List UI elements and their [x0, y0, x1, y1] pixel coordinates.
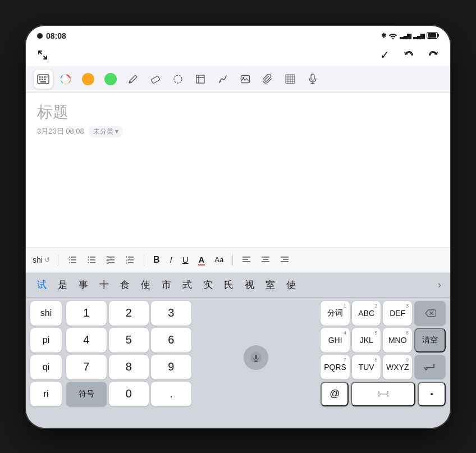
dot-key[interactable]: · [418, 382, 446, 406]
mic-circle-button[interactable] [244, 345, 268, 370]
enter-key[interactable] [414, 355, 446, 379]
home-bar-area [26, 418, 450, 428]
image-tool-button[interactable] [236, 70, 255, 89]
signal2-icon: ▂▄▆ [413, 33, 424, 39]
green-dot-button[interactable] [101, 70, 120, 89]
collapse-button[interactable] [35, 47, 51, 63]
redo-button[interactable] [425, 47, 441, 63]
input-hint: shi ↺ [33, 255, 50, 264]
list1-button[interactable] [66, 254, 80, 266]
underline-button[interactable]: U [180, 253, 191, 267]
num-key-2[interactable]: 2 [109, 301, 149, 326]
svg-rect-16 [196, 75, 204, 83]
status-time: 08:08 [46, 31, 66, 40]
candidate-item-9[interactable]: 氏 [218, 276, 239, 294]
pinyin-shi[interactable]: shi [30, 301, 62, 326]
svg-rect-11 [40, 81, 46, 83]
candidate-item-2[interactable]: 事 [73, 276, 94, 294]
pinyin-qi[interactable]: qi [30, 355, 62, 379]
undo-button[interactable] [401, 47, 417, 63]
note-category[interactable]: 未分类 ▾ [89, 126, 123, 138]
divider1 [58, 254, 58, 266]
list4-button[interactable]: 1.2.3. [123, 254, 137, 266]
clear-key[interactable]: 清空 [414, 328, 446, 353]
abc-key-def[interactable]: 3 DEF [383, 301, 412, 326]
candidate-item-0[interactable]: 试 [31, 276, 52, 294]
abc-key-tuv[interactable]: 8 TUV [352, 355, 381, 379]
svg-rect-47 [107, 256, 108, 258]
pinyin-ri[interactable]: ri [30, 382, 62, 406]
mic-center[interactable] [194, 301, 319, 414]
candidate-more-button[interactable]: › [434, 277, 445, 293]
svg-rect-14 [151, 76, 160, 84]
at-key[interactable]: @ [321, 382, 349, 406]
abc-row-1: 1 分词 2 ABC 3 DEF [321, 301, 446, 326]
color-wheel-button[interactable] [56, 70, 75, 89]
num-key-7[interactable]: 7 [66, 355, 107, 379]
abc-key-wxyz[interactable]: 9 WXYZ [383, 355, 412, 379]
svg-text:3.: 3. [126, 261, 128, 264]
svg-point-13 [63, 77, 68, 81]
attach-tool-button[interactable] [258, 70, 277, 89]
mic-tool-button[interactable] [303, 70, 322, 89]
font-size-button[interactable]: Aa [212, 253, 226, 266]
font-color-button[interactable]: A [196, 253, 207, 267]
num-key-5[interactable]: 5 [109, 328, 149, 353]
draw-tool-button[interactable] [213, 70, 232, 89]
num-key-8[interactable]: 8 [109, 355, 149, 379]
candidate-item-10[interactable]: 视 [239, 276, 260, 294]
align-left-button[interactable] [240, 254, 253, 266]
num-key-1[interactable]: 1 [66, 301, 107, 326]
pencil-tool-button[interactable] [123, 70, 143, 89]
keyboard-tool-button[interactable] [34, 70, 53, 89]
delete-key[interactable] [414, 301, 446, 326]
abc-key-ghi[interactable]: 4 GHI [321, 328, 350, 353]
num-key-4[interactable]: 4 [66, 328, 107, 353]
align-center-button[interactable] [259, 254, 272, 266]
num-key-6[interactable]: 6 [151, 328, 191, 353]
candidate-item-3[interactable]: 十 [94, 276, 115, 294]
abc-key-jkl[interactable]: 5 JKL [352, 328, 381, 353]
list3-button[interactable] [104, 254, 118, 266]
note-title[interactable]: 标题 [37, 102, 439, 122]
yellow-dot-button[interactable] [79, 70, 98, 89]
period-key[interactable]: . [151, 382, 191, 406]
candidate-item-12[interactable]: 使 [281, 276, 301, 294]
pinyin-pi[interactable]: pi [30, 328, 62, 353]
candidate-item-6[interactable]: 市 [156, 276, 177, 294]
abc-key-pqrs[interactable]: 7 PQRS [321, 355, 350, 379]
list2-button[interactable] [85, 254, 99, 266]
abc-row-3: 7 PQRS 8 TUV 9 WXYZ [321, 355, 446, 379]
abc-key-mno[interactable]: 6 MNO [383, 328, 412, 353]
num-key-9[interactable]: 9 [151, 355, 191, 379]
num-key-3[interactable]: 3 [151, 301, 191, 326]
note-content-area[interactable]: 标题 3月23日 08:08 未分类 ▾ [26, 93, 450, 247]
eraser-tool-button[interactable] [146, 70, 165, 89]
selection-tool-button[interactable] [168, 70, 187, 89]
abc-key-abc[interactable]: 2 ABC [352, 301, 381, 326]
candidate-item-8[interactable]: 实 [198, 276, 218, 294]
align-right-button[interactable] [278, 254, 291, 266]
bluetooth-icon: ✱ [381, 32, 386, 39]
format-toolbar: shi ↺ 1.2.3. B I U A Aa [26, 247, 450, 273]
candidate-item-5[interactable]: 使 [135, 276, 156, 294]
italic-button[interactable]: I [167, 253, 174, 267]
svg-rect-5 [42, 76, 43, 78]
crop-tool-button[interactable] [191, 70, 210, 89]
bold-button[interactable]: B [151, 253, 162, 267]
svg-rect-8 [39, 79, 41, 80]
abc-key-fenCI[interactable]: 1 分词 [321, 301, 350, 326]
check-button[interactable]: ✓ [378, 46, 392, 64]
candidate-item-7[interactable]: 式 [177, 276, 198, 294]
pattern-tool-button[interactable] [281, 70, 300, 89]
candidate-item-1[interactable]: 是 [52, 276, 73, 294]
num-key-0[interactable]: 0 [109, 382, 149, 406]
candidate-item-11[interactable]: 室 [260, 276, 281, 294]
space-key[interactable] [351, 382, 415, 406]
status-bar: 08:08 ✱ ▂▄▆ ▂▄▆ [26, 26, 450, 44]
svg-rect-10 [44, 79, 46, 80]
symbol-key[interactable]: 符号 [66, 382, 107, 406]
svg-point-15 [174, 75, 182, 83]
note-date: 3月23日 08:08 [37, 126, 84, 136]
candidate-item-4[interactable]: 食 [115, 276, 135, 294]
